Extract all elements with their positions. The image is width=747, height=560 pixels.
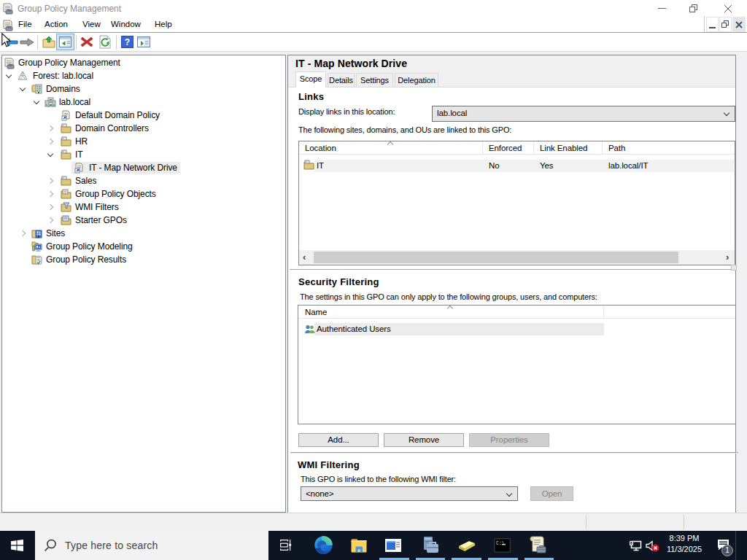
- svg-text:?: ?: [125, 37, 130, 47]
- svg-text:C:\: C:\: [496, 541, 505, 546]
